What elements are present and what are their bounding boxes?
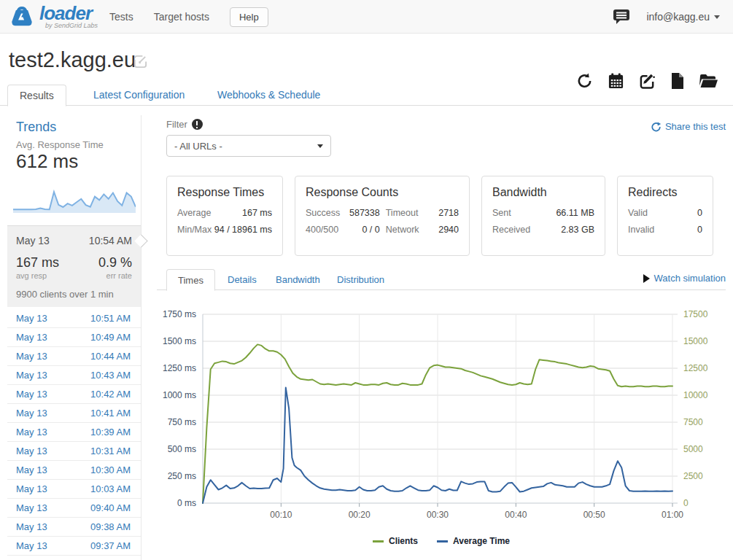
run-date: May 13 bbox=[16, 313, 47, 324]
run-time: 10:31 AM bbox=[90, 446, 131, 456]
chart-tab-details[interactable]: Details bbox=[217, 269, 268, 290]
run-date: May 13 bbox=[16, 351, 47, 362]
run-date: May 13 bbox=[16, 332, 47, 343]
svg-text:0 ms: 0 ms bbox=[177, 498, 196, 508]
run-history-item[interactable]: May 13 10:31 AM bbox=[7, 441, 141, 460]
share-icon bbox=[651, 122, 662, 132]
run-date: May 13 bbox=[16, 427, 47, 438]
url-filter-select[interactable]: - All URLs - bbox=[166, 135, 331, 157]
run-date: May 13 bbox=[16, 483, 47, 494]
response-times-card: Response Times Average 167 ms Min/Max 94… bbox=[166, 176, 283, 256]
response-times-title: Response Times bbox=[177, 186, 272, 199]
run-history-item[interactable]: May 13 09:37 AM bbox=[7, 536, 141, 555]
sent-value: 66.11 MB bbox=[556, 208, 594, 218]
tab-webhooks-schedule[interactable]: Webhooks & Schedule bbox=[206, 85, 332, 105]
page-tabs: Results Latest Configuration Webhooks & … bbox=[0, 85, 733, 106]
watch-simulation-label: Watch simulation bbox=[654, 273, 726, 284]
filter-info-icon[interactable] bbox=[192, 119, 203, 130]
run-history-item[interactable]: May 13 10:30 AM bbox=[7, 460, 141, 479]
err-rate-stat: 0.9 % err rate bbox=[98, 255, 132, 280]
sparkline-chart bbox=[13, 177, 136, 215]
network-label: Network bbox=[386, 225, 419, 235]
avg-resp-stat: 167 ms avg resp bbox=[16, 255, 59, 280]
legend-average-time-label: Average Time bbox=[453, 536, 510, 546]
run-history-item[interactable]: May 13 10:43 AM bbox=[7, 365, 141, 384]
success-label: Success bbox=[306, 208, 340, 218]
top-navbar: loader by SendGrid Labs Tests Target hos… bbox=[0, 0, 733, 34]
times-chart-area: 0 ms0250 ms2500500 ms5000750 ms75001000 … bbox=[157, 290, 726, 526]
run-history-item[interactable]: May 13 10:42 AM bbox=[7, 384, 141, 403]
legend-clients[interactable]: Clients bbox=[373, 536, 418, 546]
tab-results[interactable]: Results bbox=[7, 85, 66, 106]
selected-run-date: May 13 bbox=[16, 235, 50, 246]
run-date: May 13 bbox=[16, 502, 47, 513]
http-errors-label: 400/500 bbox=[306, 225, 340, 235]
run-history-item[interactable]: May 13 10:03 AM bbox=[7, 479, 141, 498]
svg-text:500 ms: 500 ms bbox=[168, 444, 196, 454]
chart-legend: Clients Average Time bbox=[157, 536, 726, 546]
help-button[interactable]: Help bbox=[230, 7, 268, 27]
svg-text:01:00: 01:00 bbox=[662, 510, 683, 520]
avg-response-time-label: Avg. Response Time bbox=[7, 136, 141, 150]
svg-text:0: 0 bbox=[683, 498, 689, 508]
sent-row: Sent 66.11 MB bbox=[492, 208, 594, 218]
run-history-item[interactable]: May 13 10:51 AM bbox=[7, 309, 141, 327]
watch-simulation-link[interactable]: Watch simulation bbox=[643, 273, 726, 284]
run-history-item[interactable]: May 13 09:33 AM bbox=[7, 555, 141, 560]
svg-text:15000: 15000 bbox=[683, 336, 708, 346]
svg-text:10000: 10000 bbox=[683, 390, 708, 400]
run-date: May 13 bbox=[16, 540, 47, 551]
http-errors-value: 0 / 0 bbox=[346, 225, 379, 235]
network-value: 2940 bbox=[425, 225, 459, 235]
run-time: 09:38 AM bbox=[90, 521, 131, 532]
run-time: 10:41 AM bbox=[90, 408, 131, 419]
summary-cards: Response Times Average 167 ms Min/Max 94… bbox=[166, 176, 713, 256]
run-date: May 13 bbox=[16, 521, 47, 532]
edit-title-icon[interactable] bbox=[133, 54, 148, 69]
chart-tab-times[interactable]: Times bbox=[166, 269, 215, 291]
chart-tab-distribution[interactable]: Distribution bbox=[326, 269, 395, 290]
nav-item-tests[interactable]: Tests bbox=[109, 11, 133, 23]
nav-item-target-hosts[interactable]: Target hosts bbox=[154, 11, 209, 23]
minmax-label: Min/Max bbox=[177, 225, 212, 235]
run-history-item[interactable]: May 13 09:38 AM bbox=[7, 517, 141, 536]
err-rate-value: 0.9 % bbox=[98, 255, 132, 271]
legend-average-time[interactable]: Average Time bbox=[437, 536, 510, 546]
run-history-item[interactable]: May 13 10:44 AM bbox=[7, 346, 141, 365]
loader-weight-icon bbox=[9, 3, 35, 31]
play-icon bbox=[643, 274, 650, 283]
run-history-item[interactable]: May 13 10:39 AM bbox=[7, 422, 141, 441]
svg-text:1000 ms: 1000 ms bbox=[163, 390, 196, 400]
sent-label: Sent bbox=[492, 208, 511, 218]
chart-tab-bandwidth[interactable]: Bandwidth bbox=[265, 269, 331, 290]
received-row: Received 2.83 GB bbox=[492, 225, 594, 235]
selected-run-panel[interactable]: May 13 10:54 AM 167 ms avg resp 0.9 % er… bbox=[7, 225, 141, 307]
logo-title: loader bbox=[39, 4, 98, 22]
loader-results-page: loader by SendGrid Labs Tests Target hos… bbox=[0, 0, 733, 560]
received-value: 2.83 GB bbox=[561, 225, 594, 235]
results-main: Filter Share this test - All URLs - Resp… bbox=[157, 115, 726, 560]
url-filter-value: - All URLs - bbox=[174, 141, 222, 152]
navbar-right: info@kagg.eu bbox=[613, 0, 720, 34]
logo-text: loader by SendGrid Labs bbox=[39, 4, 98, 29]
loader-logo[interactable]: loader by SendGrid Labs bbox=[9, 3, 98, 31]
page-title: test2.kagg.eu bbox=[9, 48, 136, 72]
svg-text:2500: 2500 bbox=[683, 471, 703, 481]
account-menu[interactable]: info@kagg.eu bbox=[646, 11, 720, 23]
run-time: 10:42 AM bbox=[90, 389, 131, 400]
run-history-item[interactable]: May 13 09:40 AM bbox=[7, 498, 141, 517]
response-counts-title: Response Counts bbox=[306, 186, 459, 199]
trends-sidebar: Trends Avg. Response Time 612 ms May 13 … bbox=[7, 115, 141, 560]
average-value: 167 ms bbox=[242, 208, 272, 218]
chat-icon[interactable] bbox=[613, 9, 630, 25]
run-history-list: May 13 10:51 AM May 13 10:49 AM May 13 1… bbox=[7, 309, 141, 560]
run-history-item[interactable]: May 13 10:49 AM bbox=[7, 327, 141, 346]
received-label: Received bbox=[492, 225, 530, 235]
run-history-item[interactable]: May 13 10:41 AM bbox=[7, 403, 141, 422]
bandwidth-title: Bandwidth bbox=[492, 186, 594, 199]
share-test-link[interactable]: Share this test bbox=[651, 121, 726, 132]
tab-latest-configuration[interactable]: Latest Configuration bbox=[82, 85, 196, 105]
minmax-row: Min/Max 94 / 18961 ms bbox=[177, 225, 272, 235]
selected-run-time: 10:54 AM bbox=[89, 235, 132, 246]
average-row: Average 167 ms bbox=[177, 208, 272, 218]
